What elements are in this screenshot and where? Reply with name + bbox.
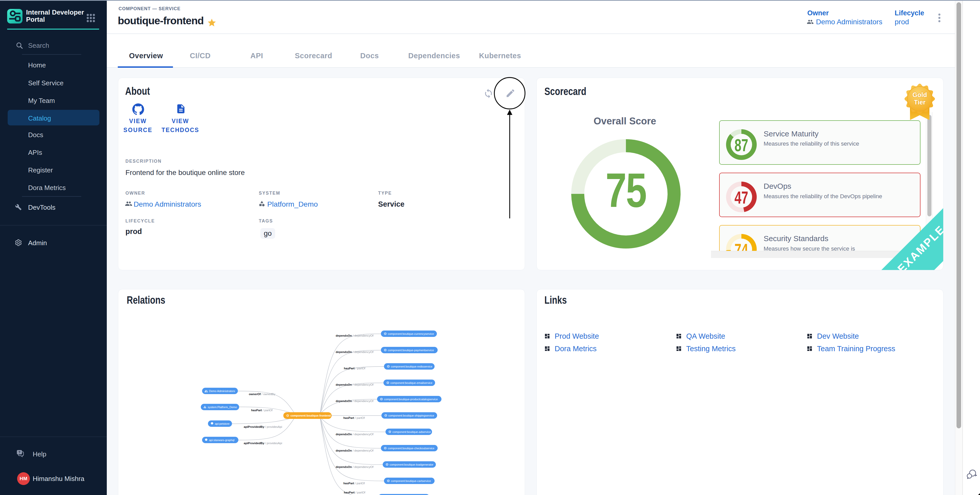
svg-text:dependsOn / dependencyOf: dependsOn / dependencyOf [336,465,374,468]
svg-text:component:boutique-cartservice: component:boutique-cartservice [391,479,431,482]
svg-text:hasPart / partOf: hasPart / partOf [344,482,365,485]
svg-text:api:starwars-graphql: api:starwars-graphql [209,439,234,442]
svg-text:dependsOn / dependencyOf: dependsOn / dependencyOf [336,433,374,436]
svg-text:?: ? [18,450,21,454]
svg-text:component:boutique-paymentserv: component:boutique-paymentservice [388,349,434,352]
svg-text:apiProvidedBy / providesApi: apiProvidedBy / providesApi [244,425,282,428]
svg-text:hasPart / partOf: hasPart / partOf [344,367,366,370]
svg-text:component:boutique-currencyser: component:boutique-currencyservice [388,332,434,335]
svg-text:component:boutique-shippingser: component:boutique-shippingservice [388,414,434,417]
svg-text:Demo Administrators: Demo Administrators [209,390,235,393]
svg-text:dependsOn / dependencyOf: dependsOn / dependencyOf [336,400,374,403]
svg-text:component:boutique-redisservic: component:boutique-redisservice [391,365,432,368]
svg-text:component:boutique-adservice: component:boutique-adservice [392,430,431,433]
svg-text:api:petstore: api:petstore [215,422,229,425]
svg-text:system:Platform_Demo: system:Platform_Demo [208,406,237,409]
svg-text:dependsOn / dependencyOf: dependsOn / dependencyOf [336,334,374,337]
svg-text:component:boutique-loadgenerat: component:boutique-loadgenerator [390,463,434,466]
svg-text:component:boutique-checkoutser: component:boutique-checkoutservice [388,447,434,450]
svg-text:dependsOn / dependencyOf: dependsOn / dependencyOf [336,449,374,452]
svg-text:dependsOn / dependencyOf: dependsOn / dependencyOf [336,383,374,386]
svg-text:hasPart / partOf: hasPart / partOf [344,416,365,419]
svg-text:component:boutique-emailservic: component:boutique-emailservice [390,381,432,384]
svg-text:hasPart / partOf: hasPart / partOf [344,491,366,494]
svg-text:apiProvidedBy / providesApi: apiProvidedBy / providesApi [244,442,282,445]
svg-text:component:boutique-productcata: component:boutique-productcatalogservice [384,398,438,401]
svg-text:ownerOf / ownedBy: ownerOf / ownedBy [249,393,275,396]
svg-text:hasPart / partOf: hasPart / partOf [251,409,273,412]
svg-text:component:boutique-frontend: component:boutique-frontend [291,414,331,417]
svg-text:dependsOn / dependencyOf: dependsOn / dependencyOf [336,350,374,353]
